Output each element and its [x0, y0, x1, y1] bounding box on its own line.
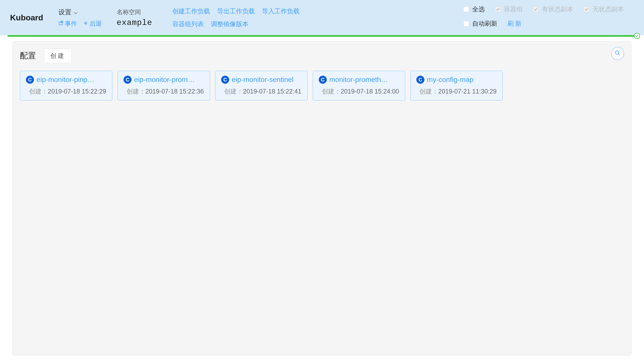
- namespace-section: 名称空间 example: [117, 8, 152, 27]
- namespace-value: example: [117, 18, 152, 27]
- config-badge-icon: C: [124, 76, 132, 84]
- chevron-down-icon: [73, 8, 78, 16]
- export-workload-link[interactable]: 导出工作负载: [217, 7, 255, 15]
- stateless-checkbox[interactable]: 无状态副本: [583, 5, 624, 13]
- card-meta: 创建：2019-07-18 15:24:00: [319, 87, 399, 96]
- header: Kuboard 设置 事件 后退 名称空间 example: [0, 0, 644, 35]
- arrow-left-icon: [83, 20, 88, 27]
- card-meta: 创建：2019-07-18 15:22:41: [221, 87, 302, 96]
- config-panel: 配置 创建 C eip-monitor-pinp… 创建：2019-07-18 …: [13, 41, 631, 355]
- statefulset-checkbox[interactable]: 有状态副本: [533, 5, 573, 13]
- created-label: 创建：: [322, 88, 341, 95]
- config-cards: C eip-monitor-pinp… 创建：2019-07-18 15:22:…: [20, 71, 624, 101]
- filter-row-1: 全选 容器组 有状态副本 无状态副本: [463, 5, 624, 13]
- settings-dropdown[interactable]: 设置: [58, 8, 102, 17]
- created-label: 创建：: [419, 88, 438, 95]
- card-title-row: C eip-monitor-sentinel: [221, 76, 302, 84]
- created-value: 2019-07-21 11:30:29: [438, 88, 497, 95]
- create-button[interactable]: 创建: [44, 49, 72, 63]
- created-value: 2019-07-18 15:22:36: [145, 88, 204, 95]
- card-title-row: C eip-monitor-prom…: [124, 76, 204, 84]
- actions-row-2: 容器组列表 调整镜像版本: [172, 20, 300, 28]
- actions-row-1: 创建工作负载 导出工作负载 导入工作负载: [172, 7, 300, 15]
- pods-checkbox[interactable]: 容器组: [495, 5, 523, 13]
- created-value: 2019-07-18 15:22:29: [48, 88, 106, 95]
- checkbox-icon: [463, 6, 469, 12]
- card-title: eip-monitor-sentinel: [232, 76, 294, 84]
- import-workload-link[interactable]: 导入工作负载: [262, 7, 300, 15]
- events-label: 事件: [65, 20, 77, 28]
- created-label: 创建：: [127, 88, 145, 95]
- config-card[interactable]: C eip-monitor-pinp… 创建：2019-07-18 15:22:…: [20, 71, 112, 101]
- back-link[interactable]: 后退: [83, 20, 102, 28]
- card-title: eip-monitor-prom…: [134, 76, 195, 84]
- svg-point-1: [615, 51, 619, 54]
- actions-section: 创建工作负载 导出工作负载 导入工作负载 容器组列表 调整镜像版本: [172, 7, 300, 28]
- select-all-checkbox[interactable]: 全选: [463, 5, 485, 13]
- search-button[interactable]: [611, 47, 624, 60]
- checkbox-checked-icon: [495, 6, 501, 12]
- select-all-label: 全选: [472, 5, 485, 13]
- config-card[interactable]: C monitor-prometh… 创建：2019-07-18 15:24:0…: [313, 71, 405, 101]
- filters-section: 全选 容器组 有状态副本 无状态副本: [463, 5, 624, 28]
- back-label: 后退: [90, 20, 102, 28]
- config-card[interactable]: C eip-monitor-sentinel 创建：2019-07-18 15:…: [215, 71, 308, 101]
- config-badge-icon: C: [26, 76, 34, 84]
- card-meta: 创建：2019-07-21 11:30:29: [416, 87, 497, 96]
- header-sublinks: 事件 后退: [58, 20, 102, 28]
- refresh-link[interactable]: 刷新: [507, 19, 523, 28]
- card-title: my-config-map: [427, 76, 473, 84]
- panel-header: 配置 创建: [20, 49, 624, 63]
- config-card[interactable]: C my-config-map 创建：2019-07-21 11:30:29: [410, 71, 503, 101]
- config-badge-icon: C: [416, 76, 424, 84]
- created-label: 创建：: [224, 88, 243, 95]
- created-label: 创建：: [29, 88, 48, 95]
- created-value: 2019-07-18 15:22:41: [243, 88, 301, 95]
- checkbox-checked-icon: [533, 6, 539, 12]
- panel-title: 配置: [20, 50, 36, 61]
- created-value: 2019-07-18 15:24:00: [341, 88, 399, 95]
- card-title-row: C monitor-prometh…: [319, 76, 399, 84]
- settings-section: 设置 事件 后退: [58, 8, 102, 28]
- auto-refresh-label: 自动刷新: [472, 19, 497, 28]
- filter-row-2: 自动刷新 刷新: [463, 19, 624, 28]
- checkbox-checked-icon: [583, 6, 589, 12]
- events-link[interactable]: 事件: [58, 20, 77, 28]
- card-title: monitor-prometh…: [329, 76, 388, 84]
- create-workload-link[interactable]: 创建工作负载: [172, 7, 210, 15]
- search-icon: [615, 50, 621, 57]
- auto-refresh-checkbox[interactable]: 自动刷新: [463, 19, 497, 28]
- container-list-link[interactable]: 容器组列表: [172, 20, 204, 28]
- statefulset-label: 有状态副本: [542, 5, 573, 13]
- config-card[interactable]: C eip-monitor-prom… 创建：2019-07-18 15:22:…: [117, 71, 210, 101]
- pods-label: 容器组: [504, 5, 523, 13]
- card-meta: 创建：2019-07-18 15:22:36: [124, 87, 204, 96]
- card-title-row: C eip-monitor-pinp…: [26, 76, 106, 84]
- card-title: eip-monitor-pinp…: [36, 76, 94, 84]
- progress-check-icon: [634, 33, 640, 39]
- logo[interactable]: Kuboard: [10, 13, 43, 22]
- card-meta: 创建：2019-07-18 15:22:29: [26, 87, 106, 96]
- config-badge-icon: C: [221, 76, 229, 84]
- adjust-image-link[interactable]: 调整镜像版本: [211, 20, 249, 28]
- external-link-icon: [58, 20, 63, 27]
- progress-bar: [8, 35, 636, 37]
- checkbox-icon: [463, 21, 469, 27]
- settings-label: 设置: [58, 8, 71, 17]
- config-badge-icon: C: [319, 76, 327, 84]
- namespace-label: 名称空间: [117, 8, 152, 16]
- card-title-row: C my-config-map: [416, 76, 497, 84]
- stateless-label: 无状态副本: [592, 5, 624, 13]
